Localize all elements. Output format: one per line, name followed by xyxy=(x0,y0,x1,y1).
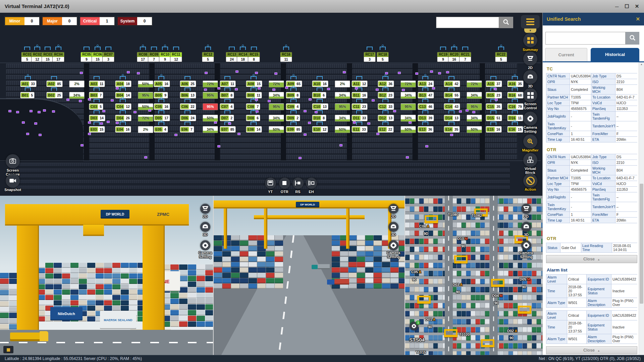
yard-block-a02[interactable]: A0285 xyxy=(46,80,63,87)
yard-block-c06[interactable]: C0622 xyxy=(180,103,196,110)
camera-view-quay-crane[interactable]: K LINENileDutchMAERSK SEALANDMAERSKDP WO… xyxy=(0,196,213,355)
yard-block-e07[interactable]: E0785 xyxy=(220,126,236,133)
yard-block-b14[interactable]: B1455 xyxy=(444,92,460,99)
tool-camera-setting[interactable] xyxy=(521,240,531,250)
tool-3d[interactable] xyxy=(521,222,531,232)
tool-yt[interactable] xyxy=(265,178,276,189)
rc-block-rc06[interactable]: RC0615 xyxy=(92,52,104,62)
rc-block-rc08[interactable]: RC0817 xyxy=(137,52,149,62)
yard-block-e03[interactable]: E0315 xyxy=(89,126,105,133)
tool-2d[interactable] xyxy=(388,204,398,214)
yard-block-d14[interactable]: D1413 xyxy=(444,115,460,121)
yard-block-d11[interactable]: D1133 xyxy=(352,115,368,121)
yard-block-a07[interactable]: A0711 xyxy=(220,80,236,87)
alarm-counter-system[interactable]: System0 xyxy=(117,17,152,25)
yard-block-e10[interactable]: E1012 xyxy=(312,126,328,133)
tool-screen-capture[interactable] xyxy=(6,154,20,168)
yard-block-e04[interactable]: E0416 xyxy=(115,126,131,133)
rc-block-rc11[interactable]: RC1112 xyxy=(170,52,182,62)
tab-historical[interactable]: Historical xyxy=(591,48,639,61)
scrollbar-up-arrow[interactable]: ▲ xyxy=(639,63,644,65)
alarm-counter-minor[interactable]: Minor0 xyxy=(5,17,40,25)
tool-3d[interactable] xyxy=(388,222,398,232)
yard-block-a03[interactable]: A0311 xyxy=(89,80,105,87)
rc-block-rc07[interactable]: RC073 xyxy=(102,52,114,62)
panel-close-icon[interactable]: ✕ xyxy=(636,13,640,25)
panel-search-button[interactable] xyxy=(626,32,639,45)
yard-block-a11[interactable]: A1112 xyxy=(352,80,368,87)
rc-block-rc09[interactable]: RC097 xyxy=(148,52,160,62)
rc-block-rc14[interactable]: RC1418 xyxy=(237,52,249,62)
tool-eh[interactable] xyxy=(306,178,317,189)
rc-block-rc04[interactable]: RC0417 xyxy=(52,52,64,62)
rc-block-rc21[interactable]: RC217 xyxy=(459,52,471,62)
close-button[interactable]: Close▲ xyxy=(546,255,637,263)
yard-block-a15[interactable]: A1537 xyxy=(486,80,502,87)
yard-block-a06[interactable]: A0625 xyxy=(180,80,196,87)
tool-rs[interactable] xyxy=(292,178,304,189)
scrollbar-thumb[interactable] xyxy=(640,184,643,304)
alarm-counter-major[interactable]: Major0 xyxy=(42,17,77,25)
yard-block-e13[interactable]: E1336 xyxy=(418,126,434,133)
tool-virtual-block[interactable] xyxy=(523,153,537,167)
yard-block-d10[interactable]: D108 xyxy=(312,115,326,121)
tool-3d[interactable] xyxy=(200,222,210,232)
yard-block-c11[interactable]: C1123 xyxy=(352,103,368,110)
yard-block-c10[interactable]: C1013 xyxy=(312,103,328,110)
tool-otr[interactable] xyxy=(279,178,290,189)
yard-block-c03[interactable]: C035 xyxy=(89,103,103,110)
close-button[interactable]: ✕ xyxy=(632,3,642,9)
tool-2d[interactable] xyxy=(200,204,210,214)
yard-block-a14[interactable]: A1442 xyxy=(444,80,460,87)
yard-block-d15[interactable]: D1551 xyxy=(486,115,502,121)
rc-block-rc20[interactable]: RC2016 xyxy=(448,52,460,62)
minimize-button[interactable]: ─ xyxy=(612,4,622,9)
tool-camera-setting[interactable] xyxy=(200,240,210,250)
rc-block-rc19[interactable]: RC199 xyxy=(437,52,449,62)
tool-2d[interactable] xyxy=(521,204,531,214)
map-search-button[interactable] xyxy=(499,17,513,28)
menu-button[interactable] xyxy=(521,15,540,28)
tab-current[interactable]: Current xyxy=(545,48,587,61)
yard-block-b10[interactable]: B106 xyxy=(312,92,326,99)
yard-block-a10[interactable]: A1016 xyxy=(312,80,328,87)
tool-screen-control[interactable] xyxy=(523,88,537,102)
rc-block-rc22[interactable]: RC225 xyxy=(495,52,507,62)
yard-block-b02[interactable]: B0225 xyxy=(46,92,63,99)
view-control-icon[interactable]: ▦ xyxy=(3,346,13,353)
rc-block-rc17[interactable]: RC173 xyxy=(364,52,376,62)
yard-block-e12[interactable]: E1222 xyxy=(378,126,394,133)
yard-block-d07[interactable]: D072 xyxy=(220,115,234,121)
tool-camera-setting[interactable] xyxy=(523,112,537,126)
yard-block-e09[interactable]: E0985 xyxy=(286,126,302,133)
rc-block-rc16[interactable]: RC1611 xyxy=(280,52,292,62)
yard-block-e08[interactable]: E0814 xyxy=(246,126,262,133)
rc-block-rc05[interactable]: RC059 xyxy=(80,52,93,62)
yard-block-e05[interactable]: E054 xyxy=(154,126,168,133)
close-button[interactable]: Close▲ xyxy=(546,346,637,354)
yard-block-b06[interactable]: B0613 xyxy=(180,92,196,99)
yard-block-e06[interactable]: E067 xyxy=(180,126,194,133)
rc-block-rc03[interactable]: RC0315 xyxy=(42,52,54,62)
tool-camera-setting[interactable] xyxy=(388,240,398,250)
yard-block-e15[interactable]: E1516 xyxy=(486,126,502,133)
panel-scrollbar[interactable]: ▲ xyxy=(639,62,644,355)
yard-block-c14[interactable]: C1443 xyxy=(444,103,460,110)
rc-block-rc10[interactable]: RC109 xyxy=(159,52,171,62)
rc-block-rc12[interactable]: RC125 xyxy=(202,52,214,62)
tool-2d[interactable] xyxy=(523,52,537,66)
yard-block-d06[interactable]: D0624 xyxy=(180,115,196,121)
rc-block-rc15[interactable]: RC158 xyxy=(248,52,260,62)
rc-block-rc18[interactable]: RC185 xyxy=(377,52,389,62)
maximize-button[interactable]: ☐ xyxy=(622,3,632,9)
tool-3d[interactable] xyxy=(523,70,537,84)
tool-snapshot[interactable] xyxy=(6,174,20,188)
yard-block-b03[interactable]: B037 xyxy=(89,92,103,99)
yard-block-c15[interactable]: C1535 xyxy=(486,103,502,110)
panel-search-input[interactable] xyxy=(545,32,626,45)
yard-block-e11[interactable]: E1133 xyxy=(352,126,368,133)
terminal-map[interactable]: RC015RC0212RC0315RC0417RC059RC0615RC073R… xyxy=(0,13,542,196)
rc-block-rc13[interactable]: RC1324 xyxy=(226,52,238,62)
yard-block-b15[interactable]: B1523 xyxy=(486,92,502,99)
tool-summay[interactable] xyxy=(523,33,537,47)
